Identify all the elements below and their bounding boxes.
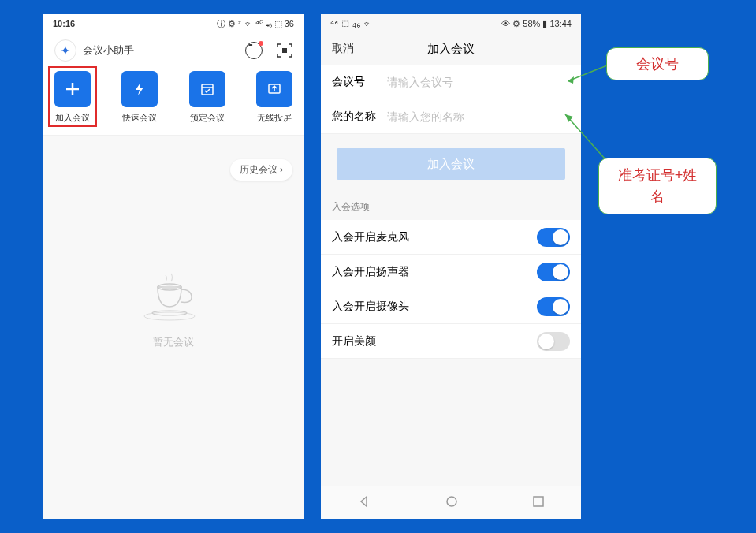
- phone-right: ⁴⁶ ⬚ ₄₆ ᯤ 👁 ⚙ 58% ▮ 13:44 取消 加入会议 会议号 您的…: [321, 14, 581, 519]
- action-label: 无线投屏: [257, 112, 292, 124]
- empty-state: 暂无会议: [43, 188, 304, 519]
- name-label: 您的名称: [332, 110, 387, 124]
- home-nav-icon[interactable]: [445, 494, 459, 512]
- name-input[interactable]: [387, 110, 570, 123]
- wireless-cast-button[interactable]: 无线投屏: [256, 71, 292, 124]
- app-header: ✦ 会议小助手: [43, 33, 304, 69]
- speaker-toggle[interactable]: [537, 263, 570, 281]
- join-meeting-submit-button[interactable]: 加入会议: [337, 148, 565, 180]
- action-label: 加入会议: [55, 112, 90, 124]
- microphone-toggle[interactable]: [537, 228, 570, 247]
- option-beauty: 开启美颜: [321, 324, 581, 359]
- option-speaker: 入会开启扬声器: [321, 255, 581, 289]
- option-camera: 入会开启摄像头: [321, 289, 581, 324]
- chat-icon[interactable]: [245, 42, 263, 59]
- quick-meeting-button[interactable]: 快速会议: [121, 71, 158, 124]
- svg-point-7: [447, 497, 456, 506]
- plus-icon: [54, 71, 91, 107]
- coffee-cup-icon: [138, 267, 209, 322]
- action-label: 快速会议: [122, 112, 157, 124]
- android-nav-bar: [321, 486, 581, 519]
- status-bar-left: 10:16 ⓘ ⚙ ᶻ ᯤ ⁴ᴳ ₄₆ ⬚ 36: [43, 14, 304, 33]
- camera-toggle[interactable]: [537, 297, 570, 316]
- status-indicators: ⓘ ⚙ ᶻ ᯤ ⁴ᴳ ₄₆ ⬚ 36: [217, 18, 294, 30]
- svg-rect-1: [202, 84, 213, 95]
- status-bar-right: ⁴⁶ ⬚ ₄₆ ᯤ 👁 ⚙ 58% ▮ 13:44: [321, 14, 581, 33]
- cancel-button[interactable]: 取消: [332, 42, 354, 56]
- beauty-toggle[interactable]: [537, 332, 570, 351]
- svg-rect-0: [282, 48, 287, 53]
- app-title: 会议小助手: [83, 43, 134, 58]
- status-right: 👁 ⚙ 58% ▮ 13:44: [501, 19, 572, 29]
- option-label: 入会开启扬声器: [332, 265, 409, 279]
- option-label: 入会开启麦克风: [332, 230, 409, 244]
- phone-left: 10:16 ⓘ ⚙ ᶻ ᯤ ⁴ᴳ ₄₆ ⬚ 36 ✦ 会议小助手 加入会议 快速…: [43, 14, 304, 519]
- option-microphone: 入会开启麦克风: [321, 220, 581, 255]
- option-label: 入会开启摄像头: [332, 300, 409, 314]
- name-row: 您的名称: [321, 99, 581, 134]
- empty-text: 暂无会议: [43, 335, 304, 349]
- svg-rect-8: [534, 497, 543, 506]
- status-time: 10:16: [53, 19, 75, 28]
- status-left: ⁴⁶ ⬚ ₄₆ ᯤ: [330, 19, 372, 28]
- back-nav-icon[interactable]: [357, 494, 371, 512]
- scan-icon[interactable]: [277, 43, 292, 58]
- nav-title: 加入会议: [427, 42, 475, 57]
- join-meeting-button[interactable]: 加入会议: [54, 71, 91, 124]
- callout-text: 准考证号+姓名: [618, 167, 698, 204]
- callout-text: 会议号: [636, 56, 679, 72]
- callout-name: 准考证号+姓名: [598, 158, 717, 214]
- option-label: 开启美颜: [332, 334, 376, 348]
- history-row: 历史会议 ›: [43, 136, 304, 188]
- app-logo-icon[interactable]: ✦: [54, 39, 76, 62]
- meeting-id-input[interactable]: [387, 76, 570, 88]
- lightning-icon: [121, 71, 158, 107]
- action-grid: 加入会议 快速会议 预定会议 无线投屏: [43, 69, 304, 136]
- nav-bar: 取消 加入会议: [321, 33, 581, 65]
- meeting-id-label: 会议号: [332, 75, 387, 89]
- history-meetings-button[interactable]: 历史会议 ›: [230, 159, 292, 181]
- cast-icon: [256, 71, 292, 107]
- callout-meeting-id: 会议号: [606, 47, 709, 80]
- action-label: 预定会议: [190, 112, 225, 124]
- recent-nav-icon[interactable]: [532, 495, 545, 511]
- options-section-title: 入会选项: [321, 194, 581, 220]
- calendar-icon: [189, 71, 225, 107]
- meeting-id-row: 会议号: [321, 65, 581, 99]
- join-button-wrap: 加入会议: [321, 134, 581, 194]
- svg-point-6: [162, 286, 177, 290]
- schedule-meeting-button[interactable]: 预定会议: [189, 71, 225, 124]
